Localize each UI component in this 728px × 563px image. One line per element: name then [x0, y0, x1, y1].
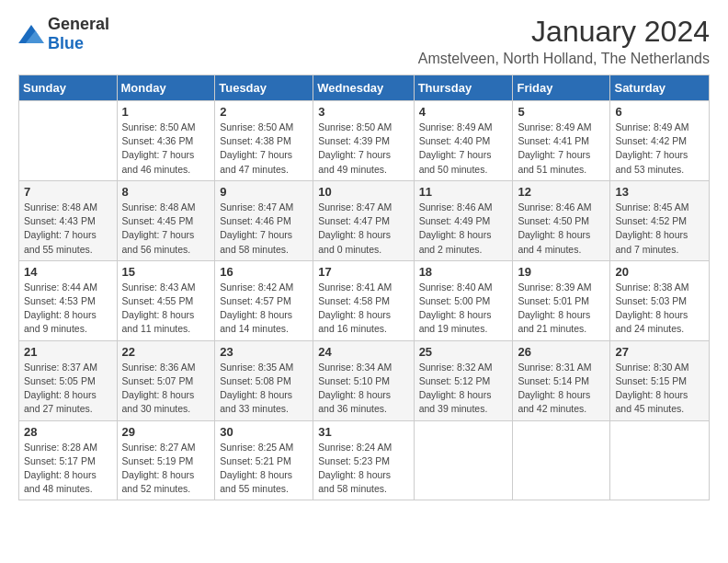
day-number: 17 [318, 265, 408, 279]
calendar-cell: 20Sunrise: 8:38 AMSunset: 5:03 PMDayligh… [610, 260, 710, 340]
day-info: Sunrise: 8:38 AMSunset: 5:03 PMDaylight:… [615, 281, 704, 337]
col-saturday: Saturday [610, 75, 710, 101]
calendar-cell: 11Sunrise: 8:46 AMSunset: 4:49 PMDayligh… [414, 180, 513, 260]
calendar-cell: 2Sunrise: 8:50 AMSunset: 4:38 PMDaylight… [215, 101, 313, 181]
day-info: Sunrise: 8:36 AMSunset: 5:07 PMDaylight:… [122, 361, 210, 417]
calendar-cell: 28Sunrise: 8:28 AMSunset: 5:17 PMDayligh… [19, 420, 118, 500]
day-number: 4 [419, 105, 508, 119]
day-info: Sunrise: 8:37 AMSunset: 5:05 PMDaylight:… [24, 361, 112, 417]
calendar-cell: 26Sunrise: 8:31 AMSunset: 5:14 PMDayligh… [513, 340, 610, 420]
header: General Blue January 2024 Amstelveen, No… [18, 15, 710, 67]
calendar-cell: 3Sunrise: 8:50 AMSunset: 4:39 PMDaylight… [313, 101, 414, 181]
col-tuesday: Tuesday [215, 75, 313, 101]
day-info: Sunrise: 8:49 AMSunset: 4:40 PMDaylight:… [419, 121, 508, 177]
day-info: Sunrise: 8:43 AMSunset: 4:55 PMDaylight:… [122, 281, 210, 337]
calendar-cell: 5Sunrise: 8:49 AMSunset: 4:41 PMDaylight… [513, 101, 610, 181]
day-info: Sunrise: 8:46 AMSunset: 4:50 PMDaylight:… [518, 201, 605, 257]
day-number: 21 [24, 345, 112, 359]
calendar-cell: 17Sunrise: 8:41 AMSunset: 4:58 PMDayligh… [313, 260, 414, 340]
calendar-cell: 30Sunrise: 8:25 AMSunset: 5:21 PMDayligh… [215, 420, 313, 500]
calendar-cell: 15Sunrise: 8:43 AMSunset: 4:55 PMDayligh… [117, 260, 215, 340]
calendar-cell: 24Sunrise: 8:34 AMSunset: 5:10 PMDayligh… [313, 340, 414, 420]
calendar-cell: 1Sunrise: 8:50 AMSunset: 4:36 PMDaylight… [117, 101, 215, 181]
day-number: 9 [220, 185, 308, 199]
day-number: 15 [122, 265, 210, 279]
calendar-cell: 9Sunrise: 8:47 AMSunset: 4:46 PMDaylight… [215, 180, 313, 260]
day-info: Sunrise: 8:50 AMSunset: 4:38 PMDaylight:… [220, 121, 308, 177]
calendar-cell: 19Sunrise: 8:39 AMSunset: 5:01 PMDayligh… [513, 260, 610, 340]
day-info: Sunrise: 8:42 AMSunset: 4:57 PMDaylight:… [220, 281, 308, 337]
day-number: 20 [615, 265, 704, 279]
day-number: 31 [318, 425, 408, 439]
col-monday: Monday [117, 75, 215, 101]
day-number: 29 [122, 425, 210, 439]
day-number: 14 [24, 265, 112, 279]
day-number: 23 [220, 345, 308, 359]
day-number: 24 [318, 345, 408, 359]
calendar-cell: 10Sunrise: 8:47 AMSunset: 4:47 PMDayligh… [313, 180, 414, 260]
day-info: Sunrise: 8:47 AMSunset: 4:47 PMDaylight:… [318, 201, 408, 257]
month-title: January 2024 [418, 15, 710, 49]
week-row-1: 7Sunrise: 8:48 AMSunset: 4:43 PMDaylight… [19, 180, 710, 260]
title-block: January 2024 Amstelveen, North Holland, … [418, 15, 710, 67]
day-info: Sunrise: 8:50 AMSunset: 4:36 PMDaylight:… [122, 121, 210, 177]
day-info: Sunrise: 8:30 AMSunset: 5:15 PMDaylight:… [615, 361, 704, 417]
calendar-cell [19, 101, 118, 181]
day-info: Sunrise: 8:46 AMSunset: 4:49 PMDaylight:… [419, 201, 508, 257]
day-info: Sunrise: 8:49 AMSunset: 4:41 PMDaylight:… [518, 121, 605, 177]
col-wednesday: Wednesday [313, 75, 414, 101]
calendar-cell [414, 420, 513, 500]
calendar-cell: 18Sunrise: 8:40 AMSunset: 5:00 PMDayligh… [414, 260, 513, 340]
logo-blue-text: Blue [48, 34, 84, 52]
calendar-cell [513, 420, 610, 500]
calendar-cell: 6Sunrise: 8:49 AMSunset: 4:42 PMDaylight… [610, 101, 710, 181]
day-number: 28 [24, 425, 112, 439]
day-number: 25 [419, 345, 508, 359]
day-info: Sunrise: 8:48 AMSunset: 4:43 PMDaylight:… [24, 201, 112, 257]
calendar-cell: 23Sunrise: 8:35 AMSunset: 5:08 PMDayligh… [215, 340, 313, 420]
day-info: Sunrise: 8:25 AMSunset: 5:21 PMDaylight:… [220, 441, 308, 497]
week-row-0: 1Sunrise: 8:50 AMSunset: 4:36 PMDaylight… [19, 101, 710, 181]
calendar-cell: 21Sunrise: 8:37 AMSunset: 5:05 PMDayligh… [19, 340, 118, 420]
day-number: 26 [518, 345, 605, 359]
day-number: 8 [122, 185, 210, 199]
calendar-table: Sunday Monday Tuesday Wednesday Thursday… [18, 75, 710, 500]
location-text: Amstelveen, North Holland, The Netherlan… [418, 51, 710, 67]
day-info: Sunrise: 8:41 AMSunset: 4:58 PMDaylight:… [318, 281, 408, 337]
day-info: Sunrise: 8:28 AMSunset: 5:17 PMDaylight:… [24, 441, 112, 497]
day-info: Sunrise: 8:48 AMSunset: 4:45 PMDaylight:… [122, 201, 210, 257]
day-number: 16 [220, 265, 308, 279]
day-number: 13 [615, 185, 704, 199]
day-number: 19 [518, 265, 605, 279]
day-number: 10 [318, 185, 408, 199]
day-info: Sunrise: 8:34 AMSunset: 5:10 PMDaylight:… [318, 361, 408, 417]
header-row: Sunday Monday Tuesday Wednesday Thursday… [19, 75, 710, 101]
day-info: Sunrise: 8:47 AMSunset: 4:46 PMDaylight:… [220, 201, 308, 257]
day-number: 12 [518, 185, 605, 199]
logo-icon [18, 25, 44, 43]
day-number: 30 [220, 425, 308, 439]
calendar-cell: 14Sunrise: 8:44 AMSunset: 4:53 PMDayligh… [19, 260, 118, 340]
day-number: 6 [615, 105, 704, 119]
calendar-cell: 31Sunrise: 8:24 AMSunset: 5:23 PMDayligh… [313, 420, 414, 500]
logo-general-text: General [48, 15, 109, 33]
day-number: 22 [122, 345, 210, 359]
calendar-cell: 13Sunrise: 8:45 AMSunset: 4:52 PMDayligh… [610, 180, 710, 260]
day-info: Sunrise: 8:45 AMSunset: 4:52 PMDaylight:… [615, 201, 704, 257]
calendar-cell: 16Sunrise: 8:42 AMSunset: 4:57 PMDayligh… [215, 260, 313, 340]
calendar-cell: 12Sunrise: 8:46 AMSunset: 4:50 PMDayligh… [513, 180, 610, 260]
day-number: 5 [518, 105, 605, 119]
calendar-cell: 22Sunrise: 8:36 AMSunset: 5:07 PMDayligh… [117, 340, 215, 420]
col-sunday: Sunday [19, 75, 118, 101]
day-info: Sunrise: 8:27 AMSunset: 5:19 PMDaylight:… [122, 441, 210, 497]
logo: General Blue [18, 15, 109, 53]
calendar-cell: 4Sunrise: 8:49 AMSunset: 4:40 PMDaylight… [414, 101, 513, 181]
day-number: 11 [419, 185, 508, 199]
day-number: 7 [24, 185, 112, 199]
day-info: Sunrise: 8:50 AMSunset: 4:39 PMDaylight:… [318, 121, 408, 177]
calendar-cell: 25Sunrise: 8:32 AMSunset: 5:12 PMDayligh… [414, 340, 513, 420]
day-info: Sunrise: 8:31 AMSunset: 5:14 PMDaylight:… [518, 361, 605, 417]
day-number: 27 [615, 345, 704, 359]
col-friday: Friday [513, 75, 610, 101]
day-info: Sunrise: 8:35 AMSunset: 5:08 PMDaylight:… [220, 361, 308, 417]
